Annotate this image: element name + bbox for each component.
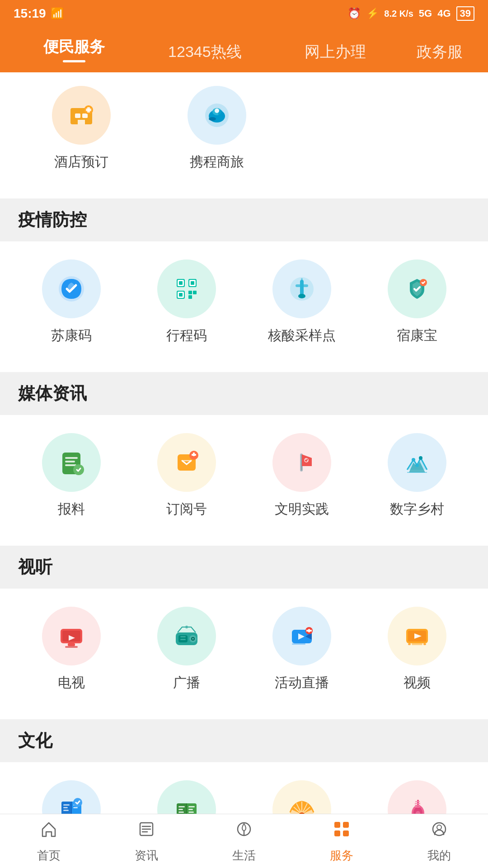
service-tv[interactable]: 电视 — [14, 607, 129, 692]
life-label: 生活 — [232, 848, 256, 863]
svg-rect-30 — [301, 278, 303, 282]
home-label: 首页 — [37, 848, 61, 863]
svg-rect-62 — [292, 643, 305, 645]
service-civilization[interactable]: 文明实践 — [244, 433, 359, 519]
service-video[interactable]: 视频 — [359, 607, 474, 692]
sukangbao-icon — [401, 273, 433, 305]
section-audio-grid: 电视 广播 — [0, 589, 488, 719]
svg-rect-70 — [408, 643, 411, 645]
life-icon — [234, 819, 254, 844]
travelcode-label: 行程码 — [166, 326, 207, 345]
service-digitalvillage[interactable]: 数字乡村 — [359, 433, 474, 519]
svg-rect-25 — [188, 295, 192, 299]
tv-icon — [55, 620, 88, 652]
news-label: 资讯 — [135, 848, 158, 863]
svg-rect-35 — [65, 464, 76, 466]
nav-tab-hotline[interactable]: 12345热线 — [140, 42, 270, 64]
civilization-label: 文明实践 — [275, 500, 329, 519]
svg-rect-3 — [78, 120, 85, 124]
nav-tab-convenience[interactable]: 便民服务 — [9, 37, 140, 64]
service-sukangma[interactable]: 苏康码 — [14, 259, 129, 345]
service-hotel[interactable]: 酒店预订 — [27, 86, 136, 171]
battery-icon: 39 — [456, 6, 474, 21]
mine-label: 我的 — [427, 848, 451, 863]
svg-rect-41 — [192, 454, 196, 456]
svg-rect-86 — [178, 811, 184, 813]
section-culture-header: 文化 — [0, 719, 488, 762]
svg-rect-111 — [343, 830, 349, 836]
service-nucleic[interactable]: 核酸采样点 — [244, 259, 359, 345]
news-icon — [136, 819, 156, 844]
service-radio[interactable]: 广播 — [129, 607, 244, 692]
section-epidemic-grid: 苏康码 行程码 — [0, 241, 488, 372]
report-icon — [55, 446, 88, 479]
services-label: 服务 — [330, 848, 353, 863]
subscribe-icon — [170, 446, 203, 479]
civilization-icon — [286, 446, 318, 479]
svg-rect-52 — [65, 646, 78, 648]
svg-rect-84 — [178, 806, 185, 807]
nucleic-icon — [286, 273, 318, 305]
bottom-nav-news[interactable]: 资讯 — [98, 819, 195, 863]
tv-label: 电视 — [58, 674, 85, 692]
svg-rect-77 — [63, 810, 69, 811]
svg-rect-90 — [188, 811, 194, 813]
svg-rect-65 — [306, 630, 308, 632]
svg-rect-19 — [179, 293, 183, 297]
service-report[interactable]: 报料 — [14, 433, 129, 519]
nav-tab-gov[interactable]: 政务服 — [401, 42, 479, 64]
nfc-icon: 📶 — [51, 7, 64, 20]
top-service-row: 酒店预订 携程商旅 — [0, 72, 488, 198]
bottom-nav: 首页 资讯 生活 — [0, 814, 488, 868]
nucleic-label: 核酸采样点 — [268, 326, 336, 345]
svg-rect-24 — [193, 291, 197, 294]
subscribe-label: 订阅号 — [166, 500, 207, 519]
svg-point-29 — [298, 294, 305, 298]
service-travelcode[interactable]: 行程码 — [129, 259, 244, 345]
svg-rect-23 — [188, 291, 192, 294]
signal-4g: 4G — [437, 8, 450, 19]
svg-rect-51 — [68, 643, 75, 646]
mine-icon — [429, 819, 449, 844]
livestream-label: 活动直播 — [275, 674, 329, 692]
hotel-label: 酒店预订 — [54, 153, 108, 171]
svg-rect-50 — [62, 631, 80, 642]
travelcode-icon — [170, 273, 203, 305]
bluetooth-icon: ⚡ — [366, 8, 379, 19]
bottom-nav-life[interactable]: 生活 — [195, 819, 293, 863]
status-bar: 15:19 📶 ⏰ ⚡ 8.2 K/s 5G 4G 39 — [0, 0, 488, 27]
svg-point-45 — [412, 458, 415, 462]
svg-rect-64 — [308, 629, 310, 632]
services-icon — [332, 819, 352, 844]
svg-point-113 — [437, 825, 441, 830]
svg-rect-89 — [188, 809, 193, 810]
ctrip-label: 携程商旅 — [190, 153, 244, 171]
svg-rect-22 — [191, 281, 194, 285]
svg-point-12 — [209, 117, 216, 121]
svg-rect-76 — [63, 807, 68, 808]
svg-rect-85 — [178, 809, 183, 810]
signal-5g: 5G — [419, 8, 432, 19]
section-media-header: 媒体资讯 — [0, 372, 488, 415]
svg-rect-34 — [65, 461, 75, 462]
nav-bar: 便民服务 12345热线 网上办理 政务服 — [0, 27, 488, 72]
service-sukangbao[interactable]: 宿康宝 — [359, 259, 474, 345]
svg-rect-2 — [82, 113, 88, 118]
bottom-nav-services[interactable]: 服务 — [293, 819, 390, 863]
bottom-nav-mine[interactable]: 我的 — [390, 819, 488, 863]
nav-tab-online[interactable]: 网上办理 — [270, 42, 401, 64]
svg-point-11 — [215, 108, 219, 113]
service-ctrip[interactable]: 携程商旅 — [163, 86, 271, 171]
alarm-icon: ⏰ — [347, 7, 361, 20]
svg-rect-60 — [180, 639, 186, 640]
svg-rect-71 — [423, 643, 426, 645]
svg-rect-33 — [65, 457, 78, 459]
svg-rect-79 — [73, 807, 78, 808]
network-speed: 8.2 K/s — [384, 9, 413, 19]
service-subscribe[interactable]: 订阅号 — [129, 433, 244, 519]
service-livestream[interactable]: 活动直播 — [244, 607, 359, 692]
bottom-nav-home[interactable]: 首页 — [0, 819, 98, 863]
svg-rect-28 — [296, 284, 308, 287]
svg-rect-69 — [412, 643, 422, 645]
main-content: 酒店预订 携程商旅 疫情防控 — [0, 72, 488, 868]
